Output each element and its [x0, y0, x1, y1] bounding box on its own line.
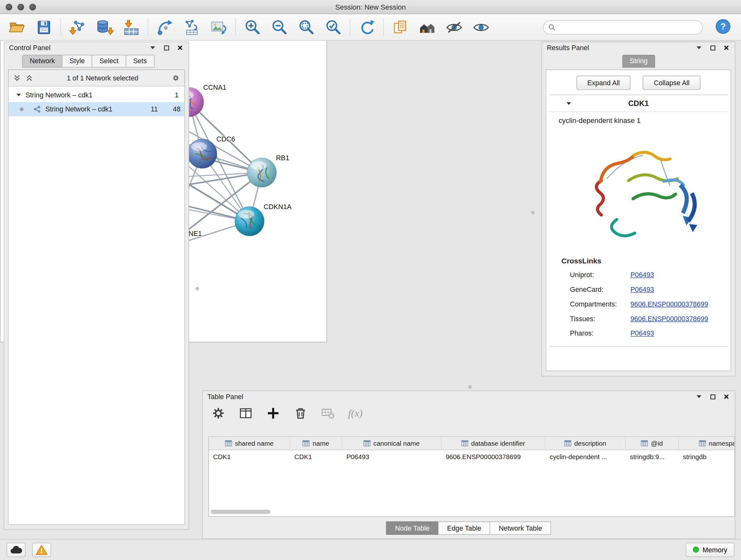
tab-string[interactable]: String	[622, 55, 656, 68]
zoom-out-button[interactable]	[269, 17, 290, 38]
open-session-button[interactable]	[7, 17, 27, 38]
results-panel: Results Panel String Expand All Collapse…	[542, 42, 735, 376]
save-session-button[interactable]	[33, 17, 54, 38]
results-panel-dock-button[interactable]	[709, 44, 717, 52]
network-collection-row[interactable]: String Network – cdk1 1	[9, 88, 185, 102]
results-panel-close-button[interactable]	[723, 44, 730, 52]
cybrowser-button[interactable]	[417, 17, 437, 38]
delete-column-button[interactable]	[293, 405, 309, 421]
zoom-in-button[interactable]	[242, 17, 263, 38]
zoom-selected-button[interactable]	[323, 17, 343, 38]
search-input[interactable]	[558, 23, 697, 31]
table-cell[interactable]: CDK1	[209, 450, 290, 463]
network-node-RB1[interactable]: RB1	[247, 154, 289, 187]
table-options-gear-button[interactable]	[210, 405, 226, 421]
window-close-button[interactable]	[6, 4, 12, 10]
status-bar: Memory	[0, 539, 741, 560]
table-panel-close-button[interactable]	[723, 393, 730, 401]
tab-network-table[interactable]: Network Table	[490, 521, 551, 535]
expand-all-networks-button[interactable]	[13, 74, 21, 82]
expand-all-button[interactable]: Expand All	[576, 76, 630, 90]
table-row[interactable]: CDK1CDK1P064939606.ENSP00000378699cyclin…	[209, 450, 735, 463]
crosslink-link-genecard[interactable]: P06493	[630, 286, 654, 293]
window-minimize-button[interactable]	[17, 4, 24, 10]
control-panel-dock-button[interactable]	[162, 44, 170, 52]
export-image-button[interactable]	[208, 17, 229, 38]
column-header-canonical-name[interactable]: canonical name	[342, 437, 441, 449]
column-header-description[interactable]: description	[545, 437, 626, 449]
tab-select[interactable]: Select	[92, 55, 126, 68]
crosslink-link-pharos[interactable]: P06493	[630, 329, 654, 337]
table-panel: Table Panel f(x) shared namenamecanonica…	[202, 390, 735, 539]
crosslink-link-uniprot[interactable]: P06493	[630, 271, 654, 278]
new-network-button[interactable]	[154, 17, 175, 38]
table-cell[interactable]: CDK1	[290, 450, 342, 463]
crosslink-label-tissues: Tissues:	[570, 315, 630, 322]
bottom-splitter-handle[interactable]	[468, 385, 472, 388]
window-zoom-button[interactable]	[29, 4, 36, 10]
cloud-status-button[interactable]	[7, 543, 25, 557]
function-builder-button[interactable]: f(x)	[347, 405, 363, 421]
gene-section-header[interactable]: CDK1	[549, 95, 728, 112]
tab-sets[interactable]: Sets	[126, 55, 154, 68]
results-panel-tabbar: String	[542, 53, 735, 67]
hide-graphics-details-button[interactable]	[444, 17, 465, 38]
tab-node-table[interactable]: Node Table	[386, 521, 439, 535]
show-columns-button[interactable]	[238, 405, 254, 421]
table-cell[interactable]: 9606.ENSP00000378699	[441, 450, 545, 463]
gene-section: CDK1 cyclin-dependent kinase 1	[549, 95, 728, 347]
control-panel-close-button[interactable]	[176, 44, 184, 52]
right-splitter-handle[interactable]	[531, 211, 535, 214]
horizontal-scrollbar-thumb[interactable]	[211, 509, 270, 514]
zoom-fit-button[interactable]	[296, 17, 317, 38]
control-panel-float-button[interactable]	[149, 44, 156, 52]
create-column-button[interactable]	[265, 405, 281, 421]
import-table-file-button[interactable]	[121, 17, 142, 38]
table-cell[interactable]: stringdb	[679, 450, 735, 463]
tab-style[interactable]: Style	[62, 55, 92, 68]
results-panel-float-button[interactable]	[695, 44, 703, 52]
dock-square-icon	[164, 45, 169, 50]
warnings-button[interactable]	[32, 543, 51, 557]
search-box	[543, 20, 703, 34]
tab-network[interactable]: Network	[22, 55, 63, 68]
column-header-namespace[interactable]: namespace	[679, 437, 735, 449]
table-import-icon	[123, 18, 140, 36]
import-network-file-button[interactable]	[67, 17, 88, 38]
section-collapse-caret-icon[interactable]	[566, 102, 571, 105]
network-options-gear-button[interactable]	[172, 74, 180, 82]
network-node-CDKN1A[interactable]: CDKN1A	[235, 203, 292, 236]
open-folder-icon	[8, 18, 26, 36]
column-header-id[interactable]: @id	[626, 437, 679, 449]
table-cell[interactable]: cyclin-dependent ...	[545, 450, 626, 463]
trash-icon	[293, 406, 308, 420]
left-splitter-handle[interactable]	[196, 287, 199, 290]
crosslink-label-genecard: GeneCard:	[570, 286, 630, 293]
column-header-database-identifier[interactable]: database identifier	[441, 437, 545, 449]
crosslink-link-tissues[interactable]: 9606.ENSP00000378699	[630, 315, 709, 322]
table-cell[interactable]: P06493	[342, 450, 441, 463]
new-network-from-selection-button[interactable]	[182, 17, 202, 38]
network-node-CDC6[interactable]: CDC6	[188, 135, 235, 168]
crosslink-row: Compartments:9606.ENSP00000378699	[549, 297, 728, 311]
help-button[interactable]: ?	[714, 18, 732, 37]
collapse-all-networks-button[interactable]	[25, 74, 33, 82]
collapse-all-button[interactable]: Collapse All	[643, 76, 700, 90]
column-header-shared-name[interactable]: shared name	[209, 437, 290, 449]
crosslinks-title: CrossLinks	[549, 254, 728, 267]
import-network-database-button[interactable]	[94, 17, 115, 38]
delete-table-button[interactable]	[320, 405, 336, 421]
table-cell[interactable]: stringdb:9...	[626, 450, 679, 463]
collection-expand-caret-icon[interactable]	[16, 93, 21, 97]
memory-button[interactable]: Memory	[685, 543, 734, 557]
control-panel-tabbar: Network Style Select Sets	[4, 53, 189, 67]
show-graphics-details-button[interactable]	[471, 17, 491, 38]
network-row[interactable]: String Network – cdk1 1148	[9, 102, 185, 116]
clone-network-button[interactable]	[390, 17, 411, 38]
crosslink-link-compartments[interactable]: 9606.ENSP00000378699	[630, 300, 709, 308]
table-panel-dock-button[interactable]	[709, 393, 717, 401]
column-header-name[interactable]: name	[290, 437, 342, 449]
apply-preferred-layout-button[interactable]	[356, 17, 377, 38]
table-panel-float-button[interactable]	[695, 393, 703, 401]
tab-edge-table[interactable]: Edge Table	[438, 521, 490, 535]
